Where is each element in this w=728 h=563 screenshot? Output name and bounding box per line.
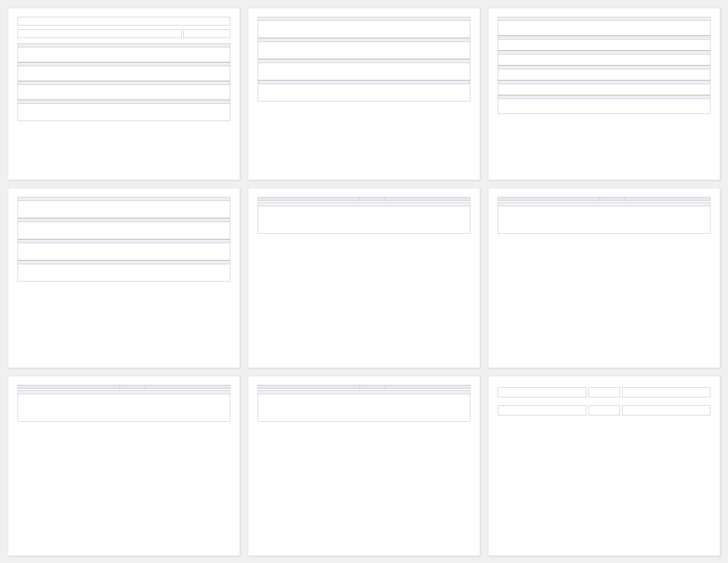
execution-table	[498, 197, 710, 201]
page-planning	[248, 188, 480, 368]
p3-q2-body[interactable]	[498, 40, 710, 51]
col-achieved	[360, 385, 385, 389]
planning-table	[258, 197, 470, 201]
page-report-header	[8, 8, 240, 180]
col-comments	[145, 385, 230, 389]
page-acceptance	[488, 376, 720, 556]
p4-comments-head	[18, 260, 230, 264]
p2-q1-body[interactable]	[258, 21, 470, 38]
p1-comments-body[interactable]	[18, 104, 230, 121]
p3-q1-body[interactable]	[498, 21, 710, 36]
sp-name-box[interactable]	[498, 405, 586, 415]
col-lesson	[258, 385, 360, 389]
p6-comments-head	[498, 202, 710, 206]
page-post-tasks	[8, 188, 240, 368]
p3-comments-head	[498, 95, 710, 99]
page-grid	[8, 8, 720, 556]
col-achieved	[120, 385, 145, 389]
page-execution	[488, 188, 720, 368]
p4-q2-body[interactable]	[18, 222, 230, 239]
pm-name-box[interactable]	[498, 387, 586, 397]
p1-q1	[18, 43, 230, 47]
p3-q1	[498, 17, 710, 21]
p1-q2-body[interactable]	[18, 66, 230, 81]
p2-comments-head	[258, 80, 470, 84]
p4-q1	[18, 197, 230, 201]
p1-q1-body[interactable]	[18, 47, 230, 62]
col-comments	[385, 385, 470, 389]
p2-comments-body[interactable]	[258, 84, 470, 101]
project-title-input[interactable]	[18, 17, 230, 25]
p4-q1-body[interactable]	[18, 201, 230, 218]
p2-q3-body[interactable]	[258, 63, 470, 80]
p8-comments-head	[258, 390, 470, 394]
p2-q1	[258, 17, 470, 21]
pm-date-box[interactable]	[589, 387, 620, 397]
page-human-factors	[8, 376, 240, 556]
p2-q2	[258, 38, 470, 42]
p7-comments-head	[18, 390, 230, 394]
col-lesson	[18, 385, 120, 389]
p5-comments-head	[258, 202, 470, 206]
p4-q2	[18, 218, 230, 222]
p4-q3	[18, 239, 230, 243]
p4-comments-body[interactable]	[18, 264, 230, 282]
moderator-input[interactable]	[18, 29, 182, 38]
col-achieved	[600, 197, 625, 201]
sp-sig-box[interactable]	[622, 405, 711, 415]
p4-q3-body[interactable]	[18, 243, 230, 260]
p1-comments-head	[18, 100, 230, 104]
page-overall	[248, 376, 480, 556]
p2-q3	[258, 59, 470, 63]
p7-comments-body[interactable]	[18, 394, 230, 422]
p3-q4	[498, 65, 710, 69]
pm-sig-box[interactable]	[622, 387, 711, 397]
col-comments	[385, 197, 470, 201]
p1-q2	[18, 62, 230, 66]
col-achieved	[360, 197, 385, 201]
human-factors-table	[18, 385, 230, 389]
p3-q5-body[interactable]	[498, 84, 710, 95]
p6-comments-body[interactable]	[498, 206, 710, 234]
p1-q3	[18, 81, 230, 85]
overall-table	[258, 385, 470, 389]
sp-date-box[interactable]	[589, 405, 620, 415]
p3-q5	[498, 80, 710, 84]
date-prepared-input[interactable]	[183, 29, 230, 38]
p3-q3	[498, 51, 710, 54]
page-highlights	[248, 8, 480, 180]
p1-q3-body[interactable]	[18, 85, 230, 100]
col-lesson	[498, 197, 600, 201]
col-lesson	[258, 197, 360, 201]
p3-q4-body[interactable]	[498, 69, 710, 80]
p3-q3-body[interactable]	[498, 54, 710, 65]
p8-comments-body[interactable]	[258, 394, 470, 422]
page-challenges	[488, 8, 720, 180]
p2-q2-body[interactable]	[258, 42, 470, 59]
col-comments	[625, 197, 710, 201]
p3-q2	[498, 36, 710, 40]
p3-comments-body[interactable]	[498, 99, 710, 114]
p5-comments-body[interactable]	[258, 206, 470, 234]
